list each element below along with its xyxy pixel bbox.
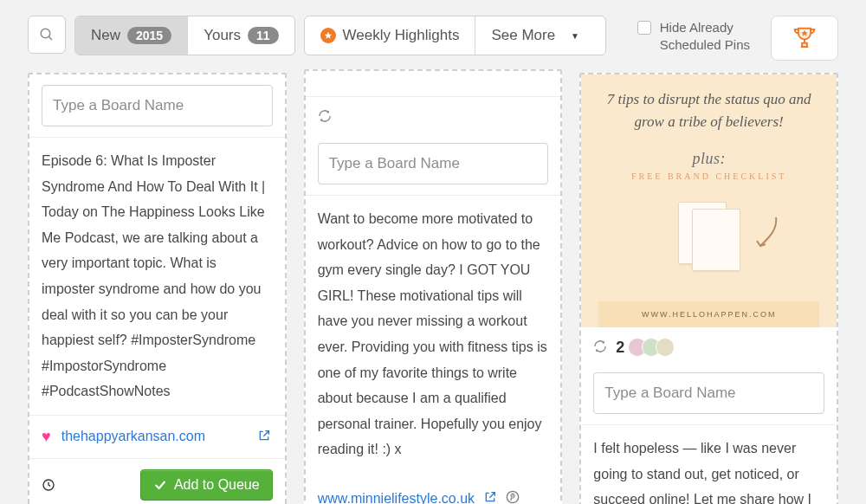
checklist-graphic	[678, 202, 740, 271]
promo-headline: 7 tips to disrupt the status quo and gro…	[598, 88, 819, 132]
refresh-icon[interactable]	[593, 339, 607, 356]
star-icon	[320, 28, 336, 43]
trophy-button[interactable]	[771, 16, 838, 61]
pin-description: I felt hopeless — like I was never going…	[581, 425, 837, 504]
board-name-input[interactable]	[593, 372, 824, 414]
hide-scheduled-toggle[interactable]: Hide Already Scheduled Pins	[637, 19, 750, 53]
external-link-icon[interactable]	[257, 429, 273, 444]
repin-avatars	[633, 338, 675, 357]
pin-source-row: ♥ thehappyarkansan.com	[29, 415, 285, 459]
chevron-down-icon: ▼	[571, 31, 579, 41]
pin-meta-row: 2	[581, 327, 837, 362]
promo-site: WWW.HELLOHAPPEN.COM	[598, 301, 819, 327]
tab-highlights-label: Weekly Highlights	[343, 27, 460, 44]
tab-yours-label: Yours	[204, 27, 241, 44]
search-icon	[39, 27, 55, 42]
pin-card: 7 tips to disrupt the status quo and gro…	[579, 73, 838, 504]
avatar	[656, 338, 675, 357]
pin-footer: Add to Queue	[29, 459, 285, 504]
tab-yours[interactable]: Yours 11	[188, 16, 294, 55]
checkbox-icon[interactable]	[637, 21, 651, 35]
tab-new-label: New	[91, 27, 120, 44]
svg-marker-2	[324, 32, 331, 39]
pin-source-link[interactable]: thehappyarkansan.com	[61, 429, 205, 444]
trophy-icon	[790, 23, 819, 53]
pin-source-row: www.minnielifestyle.co.uk	[306, 473, 561, 504]
filter-tabs: New 2015 Yours 11	[74, 16, 295, 55]
tab-yours-badge: 11	[248, 27, 279, 44]
extra-tabs: Weekly Highlights See More ▼	[304, 16, 606, 55]
board-name-input[interactable]	[42, 85, 273, 126]
refresh-icon[interactable]	[318, 109, 332, 126]
pin-card: Episode 6: What Is Imposter Syndrome And…	[28, 73, 287, 504]
pin-description: Want to become more motivated to workout…	[306, 196, 561, 473]
tab-see-more[interactable]: See More ▼	[475, 16, 605, 55]
pin-image-preview: 7 tips to disrupt the status quo and gro…	[581, 74, 837, 327]
pin-source-link[interactable]: www.minnielifestyle.co.uk	[318, 491, 475, 504]
hide-scheduled-label: Hide Already Scheduled Pins	[660, 19, 750, 53]
add-to-queue-label: Add to Queue	[174, 477, 260, 493]
clock-icon[interactable]	[42, 478, 55, 492]
pin-card: Want to become more motivated to workout…	[304, 69, 563, 504]
pinterest-icon[interactable]	[506, 490, 520, 504]
board-name-input[interactable]	[318, 143, 549, 184]
tab-new[interactable]: New 2015	[75, 16, 188, 55]
promo-subtitle: FREE BRAND CHECKLIST	[631, 171, 786, 181]
pin-description: Episode 6: What Is Imposter Syndrome And…	[29, 138, 285, 415]
svg-line-1	[48, 36, 52, 40]
tab-see-more-label: See More	[491, 27, 555, 44]
top-bar: New 2015 Yours 11 Weekly Highlights See …	[0, 0, 866, 73]
cards-row: Episode 6: What Is Imposter Syndrome And…	[0, 73, 866, 504]
check-icon	[153, 478, 167, 492]
add-to-queue-button[interactable]: Add to Queue	[140, 469, 273, 501]
promo-plus: plus:	[692, 150, 726, 168]
tab-weekly-highlights[interactable]: Weekly Highlights	[305, 16, 476, 55]
arrow-icon	[750, 213, 785, 256]
svg-point-0	[41, 29, 50, 38]
external-link-icon[interactable]	[483, 490, 497, 504]
refresh-row	[306, 97, 561, 132]
heart-icon: ♥	[42, 428, 51, 446]
search-button[interactable]	[28, 16, 66, 54]
repin-count: 2	[616, 339, 624, 357]
tab-new-badge: 2015	[127, 27, 171, 44]
